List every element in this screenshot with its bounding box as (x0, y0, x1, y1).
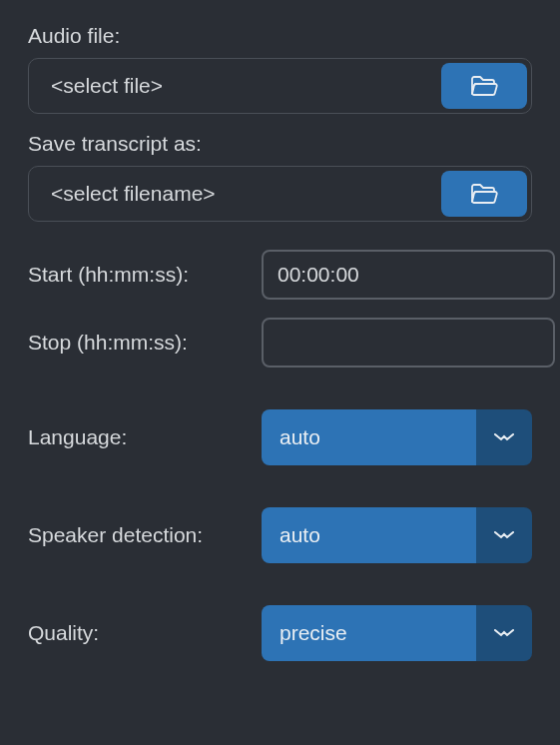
speaker-detection-select[interactable]: auto (262, 507, 532, 563)
stop-label: Stop (hh:mm:ss): (28, 331, 262, 355)
stop-input[interactable] (262, 318, 555, 368)
speaker-detection-chevron (476, 507, 532, 563)
start-row: Start (hh:mm:ss): (28, 250, 532, 300)
language-label: Language: (28, 425, 262, 449)
audio-file-label: Audio file: (28, 24, 532, 48)
folder-open-icon (470, 183, 498, 205)
speaker-detection-label: Speaker detection: (28, 523, 262, 547)
save-transcript-browse-button[interactable] (441, 171, 527, 217)
quality-row: Quality: precise (28, 605, 532, 661)
folder-open-icon (470, 75, 498, 97)
audio-file-picker[interactable]: <select file> (28, 58, 532, 114)
save-transcript-label: Save transcript as: (28, 132, 532, 156)
audio-file-value: <select file> (33, 63, 441, 109)
chevron-down-icon (493, 627, 515, 639)
language-selected: auto (262, 409, 476, 465)
quality-selected: precise (262, 605, 476, 661)
save-transcript-picker[interactable]: <select filename> (28, 166, 532, 222)
save-transcript-group: Save transcript as: <select filename> (28, 132, 532, 222)
save-transcript-value: <select filename> (33, 171, 441, 217)
language-select[interactable]: auto (262, 409, 532, 465)
chevron-down-icon (493, 431, 515, 443)
quality-select[interactable]: precise (262, 605, 532, 661)
language-row: Language: auto (28, 409, 532, 465)
quality-chevron (476, 605, 532, 661)
audio-file-browse-button[interactable] (441, 63, 527, 109)
start-label: Start (hh:mm:ss): (28, 263, 262, 287)
start-input[interactable] (262, 250, 555, 300)
chevron-down-icon (493, 529, 515, 541)
speaker-detection-row: Speaker detection: auto (28, 507, 532, 563)
speaker-detection-selected: auto (262, 507, 476, 563)
audio-file-group: Audio file: <select file> (28, 24, 532, 114)
quality-label: Quality: (28, 621, 262, 645)
language-chevron (476, 409, 532, 465)
stop-row: Stop (hh:mm:ss): (28, 318, 532, 368)
